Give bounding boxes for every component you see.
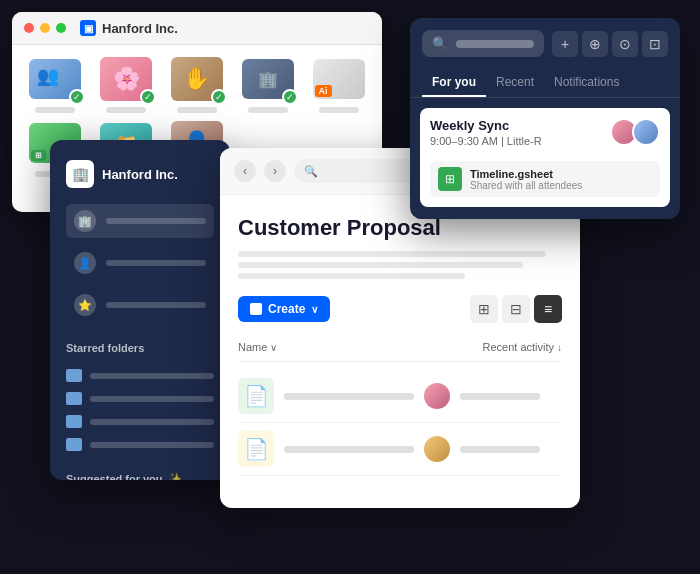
view-icons: ⊞ ⊟ ≡ (470, 295, 562, 323)
globe-button[interactable]: ⊙ (612, 31, 638, 57)
notify-file-text: Timeline.gsheet Shared with all attendee… (470, 168, 652, 191)
notify-card-subtitle: 9:00–9:30 AM | Little-R (430, 135, 542, 147)
notify-file-name: Timeline.gsheet (470, 168, 652, 180)
name-column-header[interactable]: Name ∨ (238, 341, 277, 353)
nav-label-bar (106, 218, 206, 224)
user-icon: 👤 (74, 252, 96, 274)
main-content: Customer Proposal Create ∨ ⊞ ⊟ ≡ Name ∨ (220, 195, 580, 488)
file-label-bar (106, 107, 146, 113)
brand-icon: 🏢 (66, 160, 94, 188)
gsheet-icon: ⊞ (438, 167, 462, 191)
file-avatar-1 (424, 383, 450, 409)
notify-file-item[interactable]: ⊞ Timeline.gsheet Shared with all attend… (430, 161, 660, 197)
file-item[interactable]: ✋ ✓ (166, 57, 229, 113)
file-item[interactable]: 🌸 ✓ (95, 57, 158, 113)
gallery-view-button[interactable]: ⊟ (502, 295, 530, 323)
file-label-bar (35, 107, 75, 113)
sidebar-header: 🏢 Hanford Inc. (66, 160, 214, 188)
close-button[interactable] (24, 23, 34, 33)
activity-column-header[interactable]: Recent activity ↓ (482, 341, 562, 353)
file-name-bar (284, 393, 414, 400)
file-activity-bar (460, 393, 540, 400)
sidebar-window: 🏢 Hanford Inc. 🏢 👤 ⭐ Starred folders (50, 140, 230, 480)
file-icon-green: 📄 (238, 378, 274, 414)
content-line (238, 251, 546, 257)
chevron-down-icon: ∨ (311, 304, 318, 315)
sort-arrow: ↓ (557, 342, 562, 353)
folder-icon (66, 438, 82, 451)
content-line (238, 273, 465, 279)
file-label-bar (177, 107, 217, 113)
action-bar: Create ∨ ⊞ ⊟ ≡ (238, 295, 562, 323)
search-icon: 🔍 (304, 165, 318, 178)
tab-recent[interactable]: Recent (486, 69, 544, 97)
file-activity-bar (460, 446, 540, 453)
list-view-button[interactable]: ≡ (534, 295, 562, 323)
sidebar-nav: 🏢 👤 ⭐ (66, 204, 214, 322)
maximize-button[interactable] (56, 23, 66, 33)
files-brand: ▣ Hanford Inc. (80, 20, 178, 36)
grid-view-button[interactable]: ⊞ (470, 295, 498, 323)
file-avatar-2 (424, 436, 450, 462)
layers-button[interactable]: ⊕ (582, 31, 608, 57)
file-label-bar (319, 107, 359, 113)
starred-folder-item[interactable] (66, 387, 214, 410)
sidebar-brand-name: Hanford Inc. (102, 167, 178, 182)
notify-top-row: 🔍 + ⊕ ⊙ ⊡ (410, 18, 680, 69)
folder-icon (66, 415, 82, 428)
file-list-header: Name ∨ Recent activity ↓ (238, 337, 562, 362)
file-item[interactable]: 🏢 ✓ (236, 57, 299, 113)
company-icon: 🏢 (74, 210, 96, 232)
dropbox-icon: ▣ (80, 20, 96, 36)
notify-card-title: Weekly Sync (430, 118, 542, 133)
notify-window: 🔍 + ⊕ ⊙ ⊡ For you Recent Notifications W… (410, 18, 680, 219)
notify-avatar-2 (632, 118, 660, 146)
check-badge: ✓ (211, 89, 227, 105)
notify-bottom-pad (410, 211, 680, 219)
starred-folder-item[interactable] (66, 433, 214, 456)
minimize-button[interactable] (40, 23, 50, 33)
spreadsheet-icon: 📄 (244, 384, 269, 408)
check-badge: ✓ (282, 89, 298, 105)
notify-tabs: For you Recent Notifications (410, 69, 680, 98)
suggested-label: Suggested for you ✨ (66, 472, 214, 480)
starred-folder-item[interactable] (66, 410, 214, 433)
create-button[interactable]: Create ∨ (238, 296, 330, 322)
starred-folder-item[interactable] (66, 364, 214, 387)
create-icon (250, 303, 262, 315)
sort-arrow: ∨ (270, 342, 277, 353)
window-button[interactable]: ⊡ (642, 31, 668, 57)
file-row[interactable]: 📄 (238, 423, 562, 476)
file-label-bar (248, 107, 288, 113)
check-badge: ✓ (140, 89, 156, 105)
files-titlebar: ▣ Hanford Inc. (12, 12, 382, 45)
tab-for-you[interactable]: For you (422, 69, 486, 97)
file-item[interactable]: 👥 ✓ (24, 57, 87, 113)
content-line (238, 262, 523, 268)
tab-notifications[interactable]: Notifications (544, 69, 629, 97)
sidebar-nav-item-star[interactable]: ⭐ (66, 288, 214, 322)
file-item[interactable]: Ai (307, 57, 370, 113)
sidebar-nav-item-user[interactable]: 👤 (66, 246, 214, 280)
sidebar-nav-item-company[interactable]: 🏢 (66, 204, 214, 238)
document-icon: 📄 (244, 437, 269, 461)
notify-file-desc: Shared with all attendees (470, 180, 652, 191)
folder-icon (66, 392, 82, 405)
back-button[interactable]: ‹ (234, 160, 256, 182)
notify-search-bar[interactable]: 🔍 (422, 30, 544, 57)
starred-section-label: Starred folders (66, 342, 214, 354)
starred-folders (66, 364, 214, 456)
sheets-badge: ⊞ (31, 150, 46, 161)
add-button[interactable]: + (552, 31, 578, 57)
folder-label-bar (90, 396, 214, 402)
suggested-section: Suggested for you ✨ (66, 472, 214, 480)
search-bar-placeholder (456, 40, 534, 48)
file-row[interactable]: 📄 (238, 370, 562, 423)
notify-card: Weekly Sync 9:00–9:30 AM | Little-R ⊞ Ti… (420, 108, 670, 207)
folder-label-bar (90, 419, 214, 425)
forward-button[interactable]: › (264, 160, 286, 182)
content-lines (238, 251, 562, 279)
file-icon-yellow: 📄 (238, 431, 274, 467)
star-icon: ⭐ (74, 294, 96, 316)
folder-icon (66, 369, 82, 382)
